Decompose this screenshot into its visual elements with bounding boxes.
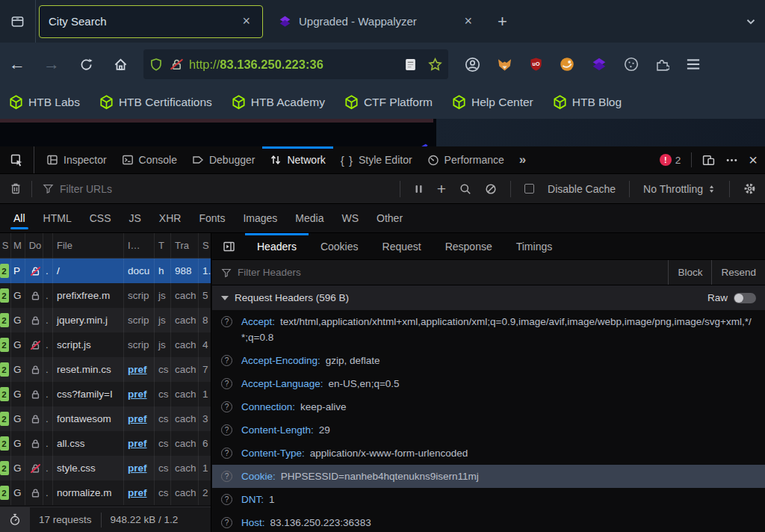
responsive-mode-icon[interactable]	[702, 154, 715, 167]
filter-tab[interactable]: All	[6, 206, 33, 231]
column-domain[interactable]: Do	[25, 233, 43, 258]
filter-tab[interactable]: CSS	[82, 206, 119, 231]
request-row[interactable]: 2 G . fontawesom pref cs cach	[0, 406, 211, 431]
bookmark-item[interactable]: HTB Certifications	[99, 95, 212, 110]
account-icon[interactable]	[465, 57, 480, 72]
chevron-down-icon[interactable]	[744, 15, 758, 28]
question-icon[interactable]: ?	[221, 424, 232, 436]
request-headers-section[interactable]: Request Headers (596 B) Raw	[212, 285, 765, 310]
request-row[interactable]: 2 G . prefixfree.m scrip js cach	[0, 283, 211, 308]
add-request-icon[interactable]: +	[437, 180, 446, 198]
search-icon[interactable]	[459, 183, 471, 195]
request-row[interactable]: 2 G . css?family=I pref cs cach	[0, 382, 211, 406]
header-row[interactable]: ? Content-Length:29	[212, 418, 765, 442]
request-row[interactable]: 2 G . all.css pref cs cach	[0, 431, 211, 456]
request-row[interactable]: 2 G . style.css pref cs cach	[0, 456, 211, 480]
question-icon[interactable]: ?	[221, 355, 232, 366]
tab-inspector[interactable]: Inspector	[39, 146, 114, 173]
disable-cache-label[interactable]: Disable Cache	[548, 183, 616, 195]
ublock-icon[interactable]: uO	[529, 57, 543, 72]
question-icon[interactable]: ?	[221, 316, 232, 327]
request-row[interactable]: 2 G . script.js scrip js cach	[0, 332, 211, 357]
details-tab[interactable]: Request	[371, 233, 433, 259]
details-tab[interactable]: Response	[433, 233, 504, 259]
question-icon[interactable]: ?	[221, 378, 232, 389]
block-icon[interactable]	[485, 183, 497, 195]
header-row[interactable]: ? Connection:keep-alive	[212, 395, 765, 418]
header-row[interactable]: ? Host:83.136.250.223:36383	[212, 511, 765, 532]
details-tab[interactable]: Headers	[245, 233, 309, 259]
foxyproxy-icon[interactable]	[497, 58, 512, 72]
forward-button[interactable]: →	[34, 55, 69, 74]
bookmark-item[interactable]: Help Center	[452, 95, 533, 110]
cookie-icon[interactable]	[624, 57, 639, 72]
bookmark-item[interactable]: CTF Platform	[344, 95, 433, 110]
bookmark-item[interactable]: HTB Academy	[232, 95, 325, 110]
tab-performance[interactable]: Performance	[420, 146, 512, 173]
meatball-menu-icon[interactable]	[725, 154, 738, 167]
question-icon[interactable]: ?	[221, 471, 232, 482]
gear-icon[interactable]	[743, 182, 756, 195]
tab-console[interactable]: Console	[114, 146, 185, 173]
error-badge[interactable]: ! 2	[660, 154, 681, 166]
home-button[interactable]	[103, 58, 137, 72]
filter-tab[interactable]: JS	[121, 206, 148, 231]
tab-city-search[interactable]: City Search ×	[39, 5, 263, 38]
reader-mode-icon[interactable]	[405, 58, 416, 71]
header-row[interactable]: ? Accept-Encoding:gzip, deflate	[212, 349, 765, 372]
header-row[interactable]: ? DNT:1	[212, 488, 765, 511]
bookmark-item[interactable]: HTB Blog	[553, 95, 622, 110]
details-tab[interactable]: Timings	[504, 233, 565, 259]
back-button[interactable]: ←	[0, 55, 34, 74]
filter-tab[interactable]: Other	[369, 206, 410, 231]
tab-network[interactable]: Network	[262, 146, 332, 173]
wappalyzer-toolbar-icon[interactable]	[591, 58, 607, 71]
split-panel-icon[interactable]	[212, 233, 245, 259]
request-row[interactable]: 2 G . normalize.m pref cs cach	[0, 480, 211, 505]
request-row[interactable]: 2 G . jquery.min.j scrip js cach	[0, 308, 211, 332]
filter-tab[interactable]: Fonts	[191, 206, 232, 231]
reload-button[interactable]	[69, 58, 103, 72]
filter-tab[interactable]: HTML	[36, 206, 79, 231]
filter-tab[interactable]: Images	[235, 206, 285, 231]
stopwatch-icon[interactable]	[0, 507, 30, 532]
column-initiator[interactable]: I…	[124, 233, 155, 258]
header-row[interactable]: ? Cookie:PHPSESSID=nanheb4hqtenukns9iser…	[212, 465, 765, 488]
column-file[interactable]: File	[53, 233, 124, 258]
url-bar[interactable]: http://83.136.250.223:36	[143, 49, 448, 79]
throttling-dropdown[interactable]: No Throttling	[643, 183, 716, 195]
resend-button[interactable]: Resend	[711, 260, 765, 285]
question-icon[interactable]: ?	[221, 517, 232, 528]
column-transferred[interactable]: Tra	[171, 233, 199, 258]
header-row[interactable]: ? Content-Type:application/x-www-form-ur…	[212, 442, 765, 465]
hacktools-icon[interactable]	[560, 57, 574, 72]
column-method[interactable]: M	[11, 233, 25, 258]
menu-hamburger-icon[interactable]	[686, 58, 701, 71]
column-size[interactable]: S	[199, 233, 211, 258]
close-icon[interactable]: ×	[239, 13, 253, 29]
question-icon[interactable]: ?	[221, 448, 232, 459]
clear-requests-icon[interactable]	[0, 182, 31, 195]
disable-cache-checkbox[interactable]	[524, 184, 534, 194]
raw-toggle[interactable]	[734, 293, 756, 303]
filter-urls-input[interactable]: Filter URLs	[32, 183, 400, 195]
question-icon[interactable]: ?	[221, 494, 232, 505]
tab-stack-icon[interactable]	[0, 0, 36, 43]
more-tabs-button[interactable]: »	[512, 146, 533, 173]
request-row[interactable]: 2 P . / docu h 988 1.	[0, 259, 211, 283]
column-status[interactable]: S	[0, 233, 11, 258]
insecure-lock-icon[interactable]	[170, 58, 183, 71]
tab-style-editor[interactable]: { } Style Editor	[333, 146, 420, 173]
tab-debugger[interactable]: Debugger	[185, 146, 263, 173]
extensions-puzzle-icon[interactable]	[655, 58, 669, 72]
bookmark-item[interactable]: HTB Labs	[9, 95, 80, 110]
close-devtools-icon[interactable]: ×	[749, 152, 758, 169]
shield-icon[interactable]	[149, 58, 163, 72]
filter-tab[interactable]: Media	[288, 206, 331, 231]
pick-element-icon[interactable]	[0, 146, 34, 173]
tab-wappalyzer[interactable]: Upgraded - Wappalyzer ×	[269, 5, 484, 38]
close-icon[interactable]: ×	[461, 13, 475, 29]
block-button[interactable]: Block	[668, 260, 711, 285]
pause-icon[interactable]	[414, 184, 424, 194]
filter-tab[interactable]: WS	[334, 206, 366, 231]
